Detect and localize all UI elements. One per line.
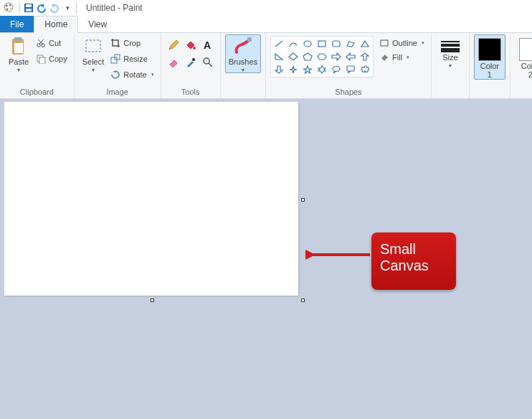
pencil-tool[interactable]	[166, 37, 181, 53]
tab-home[interactable]: Home	[34, 16, 78, 33]
shape-polygon[interactable]	[344, 38, 357, 50]
text-tool[interactable]: A	[200, 37, 216, 53]
shape-arrow-r[interactable]	[330, 51, 343, 62]
shape-rect[interactable]	[315, 38, 328, 50]
shape-4star[interactable]	[287, 64, 300, 75]
group-label: Clipboard	[4, 86, 70, 98]
undo-button[interactable]	[35, 1, 48, 14]
svg-point-4	[6, 9, 9, 11]
fill-tool[interactable]	[183, 37, 199, 53]
group-label	[436, 86, 465, 98]
outline-button[interactable]: Outline	[376, 36, 427, 50]
fill-button[interactable]: Fill	[376, 50, 427, 65]
color1-button[interactable]: Color 1	[474, 34, 505, 80]
group-label	[474, 86, 505, 98]
group-label	[225, 86, 261, 98]
group-color1: Color 1	[470, 33, 510, 98]
redo-button[interactable]	[48, 1, 61, 14]
shape-curve[interactable]	[287, 38, 300, 50]
svg-rect-14	[39, 57, 45, 64]
shape-arrow-d[interactable]	[272, 64, 285, 75]
svg-point-23	[304, 41, 311, 47]
save-button[interactable]	[22, 1, 35, 14]
app-icon	[3, 1, 14, 14]
annotation-callout: Small Canvas	[371, 232, 456, 290]
copy-icon	[35, 53, 47, 65]
resize-button[interactable]: Resize	[108, 52, 156, 66]
color1-swatch	[478, 38, 501, 61]
shape-6star[interactable]	[315, 64, 328, 75]
shape-callout-rnd[interactable]	[330, 64, 343, 75]
shape-arrow-u[interactable]	[358, 51, 371, 62]
shape-hexagon[interactable]	[315, 51, 328, 62]
resize-icon	[110, 53, 121, 65]
customize-qat-button[interactable]: ▾	[61, 1, 74, 14]
scissors-icon	[35, 37, 47, 49]
chevron-down-icon: ▼	[91, 67, 96, 72]
separator	[19, 3, 20, 13]
shape-diamond[interactable]	[287, 51, 300, 62]
shape-pentagon[interactable]	[301, 51, 314, 62]
resize-handle-corner[interactable]	[301, 298, 305, 302]
svg-rect-15	[86, 40, 100, 52]
svg-text:A: A	[204, 39, 211, 51]
group-label: Image	[79, 86, 156, 98]
color2-button[interactable]: Color 2	[515, 34, 532, 80]
select-button[interactable]: Select ▼	[79, 34, 108, 73]
magnifier-tool[interactable]	[200, 55, 216, 70]
shape-triangle[interactable]	[358, 38, 371, 50]
ribbon: Paste ▼ Cut Copy Clipboard Select ▼	[0, 33, 532, 99]
shape-callout-cloud[interactable]	[358, 64, 371, 75]
annotation-line2: Canvas	[380, 258, 447, 274]
svg-rect-6	[26, 4, 32, 7]
size-icon	[441, 41, 460, 52]
work-area: Small Canvas	[0, 99, 532, 419]
svg-rect-27	[347, 66, 354, 71]
tab-view[interactable]: View	[78, 16, 117, 32]
svg-point-26	[333, 67, 340, 72]
resize-handle-right[interactable]	[301, 198, 305, 202]
group-label: Shapes	[270, 86, 427, 98]
shape-oval[interactable]	[301, 38, 314, 50]
cut-button[interactable]: Cut	[33, 36, 70, 50]
copy-button[interactable]: Copy	[33, 52, 70, 66]
separator	[76, 3, 77, 13]
svg-rect-22	[247, 37, 252, 42]
svg-rect-7	[26, 9, 32, 11]
fill-icon	[379, 52, 390, 63]
svg-point-18	[193, 47, 196, 50]
group-color2: Color 2	[510, 33, 532, 98]
shape-gallery[interactable]	[270, 36, 374, 77]
shape-right-tri[interactable]	[272, 51, 285, 62]
chevron-down-icon: ▼	[16, 67, 22, 72]
svg-point-0	[4, 3, 13, 11]
annotation-line1: Small	[380, 241, 447, 258]
outline-icon	[379, 37, 390, 49]
color-picker-tool[interactable]	[183, 55, 199, 70]
group-shapes: Outline Fill Shapes	[266, 33, 432, 98]
shape-callout-rect[interactable]	[344, 64, 357, 75]
brushes-button[interactable]: Brushes ▼	[225, 34, 261, 73]
canvas[interactable]	[4, 102, 298, 296]
eraser-tool[interactable]	[166, 55, 181, 70]
shape-5star[interactable]	[301, 64, 314, 75]
crop-button[interactable]: Crop	[108, 36, 156, 50]
shape-line[interactable]	[272, 38, 285, 50]
paste-button[interactable]: Paste ▼	[4, 34, 33, 73]
crop-icon	[110, 37, 121, 49]
svg-rect-28	[381, 40, 388, 46]
rotate-icon	[110, 69, 121, 80]
tab-file[interactable]: File	[0, 16, 34, 32]
group-label	[515, 86, 532, 98]
title-bar: ▾ Untitled - Paint	[0, 0, 532, 16]
group-label: Tools	[166, 86, 216, 98]
annotation-arrow	[305, 246, 371, 263]
shape-round-rect[interactable]	[330, 38, 343, 50]
svg-rect-25	[333, 41, 340, 47]
rotate-button[interactable]: Rotate	[108, 67, 156, 82]
shape-arrow-l[interactable]	[344, 51, 357, 62]
group-brushes: Brushes ▼	[221, 33, 266, 98]
resize-handle-bottom[interactable]	[151, 298, 154, 302]
size-button[interactable]: Size ▼	[436, 34, 465, 69]
group-image: Select ▼ Crop Resize Rotate Image	[75, 33, 161, 98]
